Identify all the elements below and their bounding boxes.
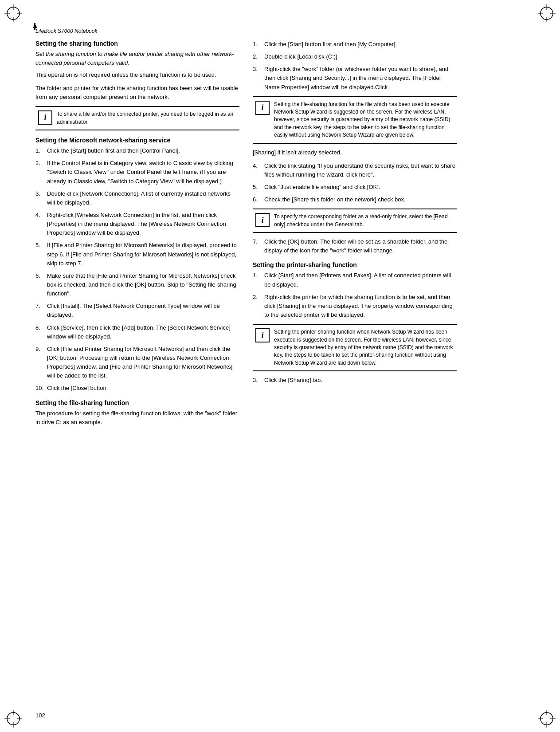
right-top-list: 1.Click the [Start] button first and the… xyxy=(253,40,457,92)
list-item-text: Double-click [Local disk (C:)]. xyxy=(264,52,457,61)
list-item-num: 4. xyxy=(35,211,43,237)
note-icon-1: i xyxy=(38,110,52,125)
para-sharing: [Sharing] if it isn't already selected. xyxy=(253,148,457,157)
section2-list: 1.Click the [Start] button first and the… xyxy=(35,146,239,393)
list-item-text: Click [File and Printer Sharing for Micr… xyxy=(47,345,239,381)
list-item-text: Click the [Start] button first and then … xyxy=(264,40,457,49)
footer-page-number: 102 xyxy=(35,712,45,719)
header-label: LifeBook S7000 Notebook xyxy=(35,28,97,34)
list-item-text: Double-click [Network Connections]. A li… xyxy=(47,189,239,207)
list-item: 3.Click the [Sharing] tab. xyxy=(253,376,457,385)
list-item-text: If [File and Printer Sharing for Microso… xyxy=(47,241,239,268)
list-item-text: Click the [Start] button first and then … xyxy=(47,146,239,155)
right-column: 1.Click the [Start] button first and the… xyxy=(253,40,457,705)
list-item: 2.Right-click the printer for which the … xyxy=(253,293,457,319)
list-item-text: Click the [Sharing] tab. xyxy=(264,376,457,385)
list-item: 3.Right-click the "work" folder (or whic… xyxy=(253,65,457,91)
list-item-text: Right-click the "work" folder (or whiche… xyxy=(264,65,457,91)
list-item-num: 1. xyxy=(253,40,261,49)
note-text-2: Setting the file-sharing function for th… xyxy=(274,101,454,139)
note-text-1: To share a file and/or the connected pri… xyxy=(57,110,237,126)
list-item-num: 7. xyxy=(253,237,261,255)
note-box-2: i Setting the file-sharing function for … xyxy=(253,96,457,144)
list-item: 4.Right-click [Wireless Network Connecti… xyxy=(35,211,239,237)
list-item: 7.Click the [OK] button. The folder will… xyxy=(253,237,457,255)
section1-intro: Set the sharing function to make file an… xyxy=(35,50,239,67)
content-area: Setting the sharing function Set the sha… xyxy=(35,40,525,705)
list-item-text: Click the link stating "If you understan… xyxy=(264,161,457,179)
right-last-list: 3.Click the [Sharing] tab. xyxy=(253,376,457,385)
list-item: 2.If the Control Panel is in Category vi… xyxy=(35,159,239,185)
note-icon-2: i xyxy=(255,101,270,115)
right-mid-list: 4.Click the link stating "If you underst… xyxy=(253,161,457,205)
note-box-4: i Setting the printer-sharing function w… xyxy=(253,324,457,371)
note-box-1: i To share a file and/or the connected p… xyxy=(35,106,239,130)
section3-para1: The procedure for setting the file-shari… xyxy=(35,409,239,427)
list-item-text: Click the [OK] button. The folder will b… xyxy=(264,237,457,255)
list-item-num: 2. xyxy=(253,52,261,61)
header-bar: LifeBook S7000 Notebook xyxy=(35,26,525,34)
left-column: Setting the sharing function Set the sha… xyxy=(35,40,239,705)
list-item-text: Click [Service], then click the [Add] bu… xyxy=(47,323,239,341)
page: LifeBook S7000 Notebook Setting the shar… xyxy=(0,0,560,732)
list-item-num: 1. xyxy=(35,146,43,155)
list-item-num: 4. xyxy=(253,161,261,179)
list-item: 6.Check the [Share this folder on the ne… xyxy=(253,195,457,204)
list-item-num: 3. xyxy=(253,65,261,91)
section1-para2: The folder and printer for which the sha… xyxy=(35,84,239,102)
corner-mark-bl xyxy=(4,710,22,728)
list-item-num: 2. xyxy=(253,293,261,319)
list-item-text: Right-click [Wireless Network Connection… xyxy=(47,211,239,237)
section-printer-title: Setting the printer-sharing function xyxy=(253,261,457,268)
list-item: 8.Click [Service], then click the [Add] … xyxy=(35,323,239,341)
page-tab-indicator xyxy=(34,23,35,30)
list-item-num: 6. xyxy=(253,195,261,204)
list-item-text: Make sure that the [File and Printer Sha… xyxy=(47,272,239,298)
list-item: 2.Double-click [Local disk (C:)]. xyxy=(253,52,457,61)
list-item: 7.Click [Install]. The [Select Network C… xyxy=(35,302,239,319)
list-item: 5.Click "Just enable file sharing" and c… xyxy=(253,183,457,192)
section1-title: Setting the sharing function xyxy=(35,40,239,47)
list-item: 4.Click the link stating "If you underst… xyxy=(253,161,457,179)
list-item: 6.Make sure that the [File and Printer S… xyxy=(35,272,239,298)
list-item-text: Click "Just enable file sharing" and cli… xyxy=(264,183,457,192)
list-item: 3.Double-click [Network Connections]. A … xyxy=(35,189,239,207)
list-item-text: Right-click the printer for which the sh… xyxy=(264,293,457,319)
list-item-text: Click the [Close] button. xyxy=(47,384,239,393)
note-box-3: i To specify the corresponding folder as… xyxy=(253,209,457,233)
list-item-num: 6. xyxy=(35,272,43,298)
list-item-num: 2. xyxy=(35,159,43,185)
corner-mark-tr xyxy=(538,4,556,22)
list-item: 9.Click [File and Printer Sharing for Mi… xyxy=(35,345,239,381)
note-text-3: To specify the corresponding folder as a… xyxy=(274,213,454,228)
list-item: 10.Click the [Close] button. xyxy=(35,384,239,393)
list-item-num: 8. xyxy=(35,323,43,341)
list-item-text: Click [Install]. The [Select Network Com… xyxy=(47,302,239,319)
list-item-num: 7. xyxy=(35,302,43,319)
list-item-text: If the Control Panel is in Category view… xyxy=(47,159,239,185)
right-after-note3-list: 7.Click the [OK] button. The folder will… xyxy=(253,237,457,255)
corner-mark-tl xyxy=(4,4,22,22)
note-icon-3: i xyxy=(255,213,270,227)
list-item-num: 10. xyxy=(35,384,43,393)
note-text-4: Setting the printer-sharing function whe… xyxy=(274,328,454,367)
list-item-text: Click [Start] and then [Printers and Fax… xyxy=(264,271,457,289)
list-item: 5.If [File and Printer Sharing for Micro… xyxy=(35,241,239,268)
list-item: 1.Click the [Start] button first and the… xyxy=(35,146,239,155)
list-item-num: 3. xyxy=(35,189,43,207)
list-item-num: 1. xyxy=(253,271,261,289)
list-item-text: Check the [Share this folder on the netw… xyxy=(264,195,457,204)
section1-para1: This operation is not required unless th… xyxy=(35,71,239,79)
list-item: 1.Click [Start] and then [Printers and F… xyxy=(253,271,457,289)
section2-title: Setting the Microsoft network-sharing se… xyxy=(35,137,239,144)
list-item-num: 5. xyxy=(35,241,43,268)
list-item-num: 9. xyxy=(35,345,43,381)
corner-mark-br xyxy=(538,710,556,728)
list-item-num: 3. xyxy=(253,376,261,385)
section3-title: Setting the file-sharing function xyxy=(35,399,239,406)
list-item: 1.Click the [Start] button first and the… xyxy=(253,40,457,49)
note-icon-4: i xyxy=(255,328,270,342)
printer-list: 1.Click [Start] and then [Printers and F… xyxy=(253,271,457,319)
list-item-num: 5. xyxy=(253,183,261,192)
